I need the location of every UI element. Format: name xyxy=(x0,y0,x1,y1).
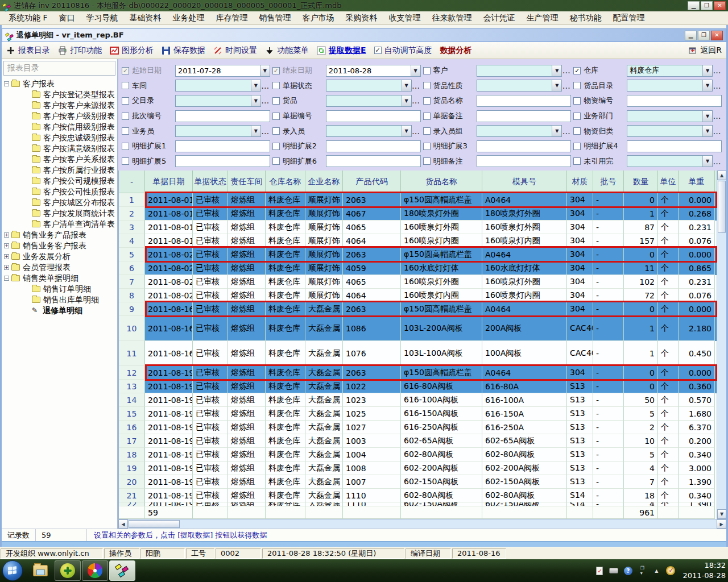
filter-checkbox-物资编号[interactable] xyxy=(573,97,581,105)
tree-item-销售类单据明细[interactable]: −销售类单据明细 xyxy=(4,273,117,284)
tree-item-客户按客户来源报表[interactable]: 客户按客户来源报表 xyxy=(4,100,117,111)
filter-checkbox-单据备注[interactable] xyxy=(423,113,431,120)
chevron-down-icon[interactable]: ▼ xyxy=(552,80,561,91)
tray-restore-icon[interactable]: ❐▾ xyxy=(638,566,647,575)
menu-item-7[interactable]: 客户市场 xyxy=(297,12,340,24)
more-options-button[interactable]: … xyxy=(562,81,571,90)
child-minimize-button[interactable]: ▁ xyxy=(685,31,697,40)
table-row[interactable]: 92011-08-16已审核熔炼组料废仓库大磊金属2063φ150圆高帽疏栏盖A… xyxy=(119,302,717,316)
column-header-批号[interactable]: 批号 xyxy=(593,171,624,193)
filter-input-明细扩展2[interactable] xyxy=(326,140,421,152)
filter-checkbox-货品名称[interactable] xyxy=(423,97,431,105)
collapse-icon[interactable]: − xyxy=(4,276,9,281)
filter-checkbox-起始日期[interactable]: ✓ xyxy=(122,67,129,74)
tree-item-客户按客户级别报表[interactable]: 客户按客户级别报表 xyxy=(4,111,117,122)
chevron-down-icon[interactable]: ▼ xyxy=(260,65,270,76)
more-options-button[interactable]: … xyxy=(713,127,722,136)
table-row[interactable]: 212011-08-19已审核熔炼组料废仓库大磊金属1110602-80A阀板6… xyxy=(119,489,717,502)
scroll-down-icon[interactable]: ▼ xyxy=(717,509,726,519)
table-row[interactable]: 42011-08-01已审核熔炼组料废仓库顺展灯饰4064160喷泉灯内圈160… xyxy=(119,234,717,248)
tray-shield-icon[interactable] xyxy=(666,566,675,575)
tree-item-客户按信用级别报表[interactable]: 客户按信用级别报表 xyxy=(4,122,117,132)
column-header-企业名称[interactable]: 企业名称 xyxy=(305,171,343,193)
column-header-单据状态[interactable]: 单据状态 xyxy=(193,171,228,193)
menu-item-9[interactable]: 收支管理 xyxy=(384,12,426,24)
chevron-down-icon[interactable]: ▼ xyxy=(251,95,260,106)
table-row[interactable]: 202011-08-19已审核熔炼组料废仓库大磊金属1007602-150A阀板… xyxy=(119,475,717,489)
filter-checkbox-明细扩展3[interactable] xyxy=(423,143,431,150)
menu-item-8[interactable]: 采购资料 xyxy=(341,12,383,24)
chevron-down-icon[interactable]: ▼ xyxy=(402,95,411,106)
menu-item-10[interactable]: 往来款管理 xyxy=(427,12,477,24)
filter-combo-录入员组[interactable]: ▼ xyxy=(477,125,562,137)
tree-item-销售业务产品报表[interactable]: +销售业务产品报表 xyxy=(4,230,117,240)
filter-input-货品名称[interactable] xyxy=(477,95,572,107)
filter-checkbox-货品性质[interactable] xyxy=(423,82,431,89)
expand-icon[interactable]: + xyxy=(4,265,9,270)
filter-checkbox-批次编号[interactable] xyxy=(122,113,129,120)
tree-item-客户报表[interactable]: −客户报表 xyxy=(4,78,117,89)
tree-item-退修单明细[interactable]: ✎退修单明细 xyxy=(4,305,117,316)
table-row[interactable]: 182011-08-19已审核熔炼组料废仓库大磊金属1004602-80A阀板6… xyxy=(119,448,717,462)
tray-keyboard-icon[interactable] xyxy=(609,566,618,575)
filter-combo-父目录[interactable]: ▼ xyxy=(175,95,261,107)
menu-item-1[interactable]: 窗口 xyxy=(54,12,80,24)
toolbar-button-5[interactable]: 时间设置 xyxy=(213,45,257,56)
column-header-rownum[interactable]: - xyxy=(119,171,145,193)
filter-checkbox-客户[interactable] xyxy=(423,67,431,74)
filter-checkbox-物资归类[interactable] xyxy=(573,127,581,135)
filter-checkbox-单据编号[interactable] xyxy=(272,113,280,120)
expand-icon[interactable]: + xyxy=(4,254,9,259)
filter-combo-货品性质[interactable]: ▼ xyxy=(477,80,562,92)
taskbar-explorer-button[interactable] xyxy=(27,560,53,581)
table-row[interactable]: 112011-08-16已审核熔炼组料废仓库大磊金属1076103L-100A阀… xyxy=(119,341,717,366)
menu-item-12[interactable]: 生产管理 xyxy=(522,12,564,24)
tree-item-客户按公司性质报表[interactable]: 客户按公司性质报表 xyxy=(4,186,117,197)
filter-checkbox-业务部门[interactable] xyxy=(573,113,581,120)
expand-icon[interactable]: + xyxy=(4,243,9,248)
filter-combo-结束日期[interactable]: 2011-08-28▼ xyxy=(326,65,421,77)
taskbar-pinwheel-button[interactable] xyxy=(82,560,108,581)
table-row[interactable]: 22011-08-01已审核熔炼组料废仓库顺展灯饰4067180喷泉灯外圈180… xyxy=(119,207,717,221)
menu-item-11[interactable]: 会计凭证 xyxy=(478,12,520,24)
filter-combo-物资归类[interactable]: ▼ xyxy=(627,125,713,137)
filter-checkbox-明细扩展2[interactable] xyxy=(272,143,280,150)
table-row[interactable]: 162011-08-19已审核熔炼组料废仓库大磊金属1027616-250A阀板… xyxy=(119,421,717,434)
filter-input-单据备注[interactable] xyxy=(477,110,572,122)
filter-combo-货品目录[interactable]: ▼ xyxy=(627,80,713,92)
taskbar-safety-button[interactable] xyxy=(55,560,81,581)
horizontal-scrollbar[interactable]: ◀ ▶ xyxy=(118,519,726,529)
filter-checkbox-货品目录[interactable] xyxy=(573,82,581,89)
table-row[interactable]: 152011-08-19已审核熔炼组料废仓库大磊金属1025616-150A阀板… xyxy=(119,407,717,421)
filter-input-单据编号[interactable] xyxy=(326,110,421,122)
filter-input-明细扩展4[interactable] xyxy=(627,140,722,152)
filter-input-批次编号[interactable] xyxy=(175,110,270,122)
toolbar-button-3[interactable]: 图形分析 xyxy=(110,45,154,56)
more-options-button[interactable]: … xyxy=(713,66,722,75)
more-options-button[interactable]: … xyxy=(713,111,722,120)
filter-input-明细扩展3[interactable] xyxy=(477,140,572,152)
table-row[interactable]: 72011-08-02已审核熔炼组料废仓库顺展灯饰4065160喷泉灯外圈160… xyxy=(119,275,717,289)
chevron-down-icon[interactable]: ▼ xyxy=(702,65,712,76)
table-row[interactable]: 132011-08-19已审核熔炼组料废仓库大磊金属1022616-80A阀板6… xyxy=(119,380,717,393)
scroll-left-icon[interactable]: ◀ xyxy=(118,519,128,529)
more-options-button[interactable]: … xyxy=(261,96,270,105)
filter-input-明细扩展5[interactable] xyxy=(175,155,270,167)
filter-combo-未引用完[interactable]: ▼ xyxy=(627,155,713,167)
filter-checkbox-父目录[interactable] xyxy=(122,97,129,105)
menu-item-2[interactable]: 学习导航 xyxy=(81,12,123,24)
toolbar-button-1[interactable]: 报表目录 xyxy=(6,45,50,56)
menu-item-0[interactable]: 系统功能 F xyxy=(3,12,53,24)
filter-checkbox-未引用完[interactable] xyxy=(573,157,581,165)
start-button[interactable] xyxy=(2,560,23,581)
toolbar-button-4[interactable]: 保存数据 xyxy=(162,45,205,56)
column-header-产品代码[interactable]: 产品代码 xyxy=(343,171,401,193)
table-row[interactable]: 122011-08-19已审核熔炼组料废仓库大磊金属2063φ150圆高帽疏栏盖… xyxy=(119,366,717,380)
maximize-button[interactable]: ❐ xyxy=(701,1,713,10)
more-options-button[interactable]: … xyxy=(261,127,270,136)
data-analysis-button[interactable]: 数据分析 xyxy=(440,45,472,56)
taskbar-erp-button[interactable] xyxy=(109,560,135,581)
table-row[interactable]: 62011-08-02已审核熔炼组料废仓库顺展灯饰4059160水底灯灯体160… xyxy=(119,261,717,275)
filter-combo-货品[interactable]: ▼ xyxy=(326,95,412,107)
chevron-down-icon[interactable]: ▼ xyxy=(402,80,411,91)
